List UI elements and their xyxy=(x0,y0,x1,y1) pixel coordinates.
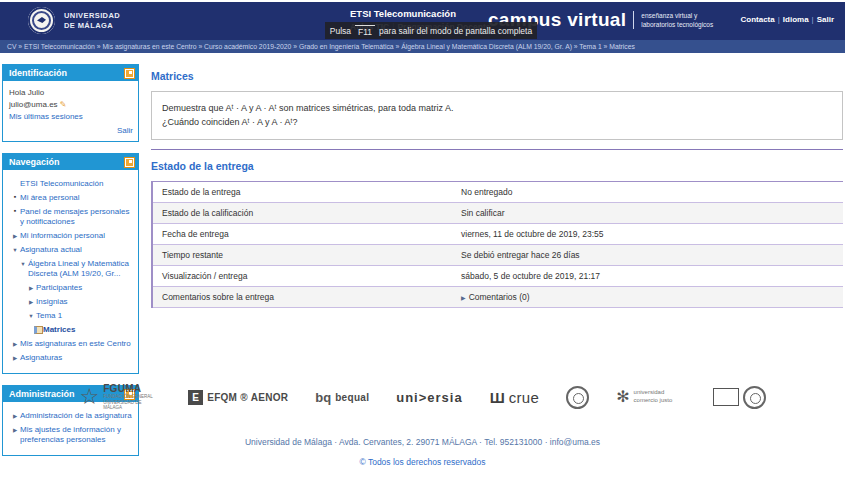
logo-comercio: ✻universidad comercio justo xyxy=(616,389,685,405)
nav-item-mi-informacion-personal[interactable]: ▶Mi información personal xyxy=(9,231,133,241)
logo-bequal: bqbequal xyxy=(315,390,369,405)
nav-item-label[interactable]: Mis asignaturas en este Centro xyxy=(20,339,131,349)
navigation-block-header: Navegación xyxy=(3,154,138,170)
submission-status-title: Estado de la entrega xyxy=(151,160,843,172)
row-label: Estado de la entrega xyxy=(152,182,452,203)
page: UNIVERSIDAD DE MÁLAGA ETSI Telecomunicac… xyxy=(0,0,848,477)
dock-block-icon[interactable] xyxy=(125,158,134,167)
navigation-block: Navegación ETSI Telecomunicación▪Mi área… xyxy=(2,153,139,374)
nav-item-label[interactable]: Matrices xyxy=(43,325,75,335)
logo-text: universidad comercio justo xyxy=(634,389,686,405)
identification-title: Identificación xyxy=(9,68,67,78)
separator: | xyxy=(809,15,817,24)
logo-text: bequal xyxy=(335,392,369,403)
logo-universia: uni>ersia xyxy=(396,390,462,405)
logo-fguma: ☆FGUMAFUNDACIÓN GENERAL UNIVERSIDAD DE M… xyxy=(79,383,161,412)
row-value: viernes, 11 de octubre de 2019, 23:55 xyxy=(452,224,843,245)
aenor-cert-icon xyxy=(743,386,766,409)
logo-text: uni>ersia xyxy=(396,390,462,405)
nav-item-label[interactable]: Insignias xyxy=(36,297,68,307)
chevron-right-icon[interactable]: ▶ xyxy=(10,341,20,348)
row-value: Sin calificar xyxy=(452,203,843,224)
university-name: UNIVERSIDAD DE MÁLAGA xyxy=(64,11,120,30)
chevron-right-icon[interactable]: ▶ xyxy=(26,299,36,306)
nav-item-label[interactable]: Álgebra Lineal y Matemática Discreta (AL… xyxy=(28,259,133,279)
nav-item-tema-1[interactable]: ▼Tema 1 xyxy=(9,311,133,321)
fguma-star-icon: ☆ xyxy=(79,386,99,408)
table-row-visualizacion-entrega: Visualización / entregasábado, 5 de octu… xyxy=(152,266,843,287)
row-label: Fecha de entrega xyxy=(152,224,452,245)
logo-text: EFQM ® AENOR xyxy=(207,392,288,403)
comments-link[interactable]: Comentarios (0) xyxy=(469,292,530,302)
crue-icon: Ш xyxy=(490,389,505,406)
description-line-1: Demuestra que Aᵗ · A y A · Aᵗ son matric… xyxy=(162,103,832,113)
chevron-right-icon[interactable]: ▶ xyxy=(10,233,20,240)
nav-item-label[interactable]: Mi área personal xyxy=(20,193,80,203)
school-title: ETSI Telecomunicación xyxy=(350,8,490,19)
table-row-estado-de-la-calificacion: Estado de la calificaciónSin calificar xyxy=(152,203,843,224)
nav-item-label[interactable]: Mi información personal xyxy=(20,231,105,241)
tooltip-suffix: para salir del modo de pantalla completa xyxy=(379,26,532,36)
footer-address: Universidad de Málaga · Avda. Cervantes,… xyxy=(0,437,845,447)
pencil-icon[interactable]: ✎ xyxy=(60,100,67,109)
nav-item-label[interactable]: Participantes xyxy=(36,283,82,293)
nav-item-mi-area-personal[interactable]: ▪Mi área personal xyxy=(9,193,133,203)
chevron-down-icon[interactable]: ▼ xyxy=(26,313,36,320)
nav-item-asignatura-actual[interactable]: ▼Asignatura actual xyxy=(9,245,133,255)
chevron-right-icon[interactable]: ▶ xyxy=(10,355,20,362)
row-value: Se debió entregar hace 26 días xyxy=(452,245,843,266)
nav-item-label[interactable]: Asignatura actual xyxy=(20,245,82,255)
dock-block-icon[interactable] xyxy=(125,69,134,78)
round-seal-icon xyxy=(566,386,589,409)
row-label: Tiempo restante xyxy=(152,245,452,266)
logo-seal xyxy=(566,386,589,409)
row-value: sábado, 5 de octubre de 2019, 21:17 xyxy=(452,266,843,287)
logout-link[interactable]: Salir xyxy=(117,126,133,135)
submission-status-table: Estado de la entregaNo entregadoEstado d… xyxy=(151,181,843,308)
logo-cert xyxy=(713,386,766,409)
nav-item-participantes[interactable]: ▶Participantes xyxy=(9,283,133,293)
link-salir[interactable]: Salir xyxy=(817,15,834,24)
nav-item-algebra-lineal-y-matematica-discreta-alm[interactable]: ▼Álgebra Lineal y Matemática Discreta (A… xyxy=(9,259,133,279)
nav-item-label[interactable]: ETSI Telecomunicación xyxy=(20,179,103,189)
nav-item-label[interactable]: Tema 1 xyxy=(36,311,62,321)
chevron-right-icon[interactable]: ▶ xyxy=(26,285,36,292)
last-sessions-link[interactable]: Mis últimas sesiones xyxy=(9,112,83,121)
bullet-icon: ▪ xyxy=(10,193,20,202)
bullet-icon: ▪ xyxy=(10,207,20,216)
logo-crue: Шcrue xyxy=(490,389,539,406)
link-idioma[interactable]: Idioma xyxy=(783,15,809,24)
chevron-down-icon[interactable]: ▼ xyxy=(18,261,28,268)
chevron-down-icon[interactable]: ▼ xyxy=(10,247,20,254)
table-row-fecha-de-entrega: Fecha de entregaviernes, 11 de octubre d… xyxy=(152,224,843,245)
nav-item-asignaturas[interactable]: ▶Asignaturas xyxy=(9,353,133,363)
nav-item-etsi-telecomunicacion[interactable]: ETSI Telecomunicación xyxy=(9,179,133,189)
user-email: julio@uma.es xyxy=(9,100,58,109)
row-value[interactable]: ▶Comentarios (0) xyxy=(452,287,843,308)
comercio-justo-icon: ✻ xyxy=(616,389,629,405)
uma-logo[interactable]: UNIVERSIDAD DE MÁLAGA xyxy=(28,7,120,34)
chevron-right-icon: ▶ xyxy=(461,295,469,301)
link-contacta[interactable]: Contacta xyxy=(740,15,774,24)
nav-item-insignias[interactable]: ▶Insignias xyxy=(9,297,133,307)
breadcrumb[interactable]: CV » ETSI Telecomunicación » Mis asignat… xyxy=(0,40,845,53)
nav-item-panel-de-mensajes-personales-y-notificac[interactable]: ▪Panel de mensajes personales y notifica… xyxy=(9,207,133,227)
footer: ☆FGUMAFUNDACIÓN GENERAL UNIVERSIDAD DE M… xyxy=(0,374,845,467)
fullscreen-exit-tooltip: Pulsa F11 para salir del modo de pantall… xyxy=(325,22,537,39)
identification-block-header: Identificación xyxy=(3,65,138,81)
bequal-icon: bq xyxy=(315,390,331,405)
section-divider xyxy=(151,149,843,150)
page-title: Matrices xyxy=(151,70,843,82)
nav-item-label[interactable]: Panel de mensajes personales y notificac… xyxy=(20,207,133,227)
greeting: Hola Julio xyxy=(9,88,133,97)
description-line-2: ¿Cuándo coinciden Aᵗ · A y A · Aᵗ? xyxy=(162,117,832,127)
efqm-aenor-icon: E xyxy=(188,390,203,405)
identification-block: Identificación Hola Julio julio@uma.es ✎… xyxy=(2,64,139,142)
nav-item-matrices[interactable]: Matrices xyxy=(9,325,133,335)
uma-seal-icon xyxy=(28,7,55,34)
navigation-tree: ETSI Telecomunicación▪Mi área personal▪P… xyxy=(3,170,138,373)
nav-item-label[interactable]: Asignaturas xyxy=(20,353,62,363)
table-row-estado-de-la-entrega: Estado de la entregaNo entregado xyxy=(152,182,843,203)
main-content: Matrices Demuestra que Aᵗ · A y A · Aᵗ s… xyxy=(151,64,843,308)
nav-item-mis-asignaturas-en-este-centro[interactable]: ▶Mis asignaturas en este Centro xyxy=(9,339,133,349)
